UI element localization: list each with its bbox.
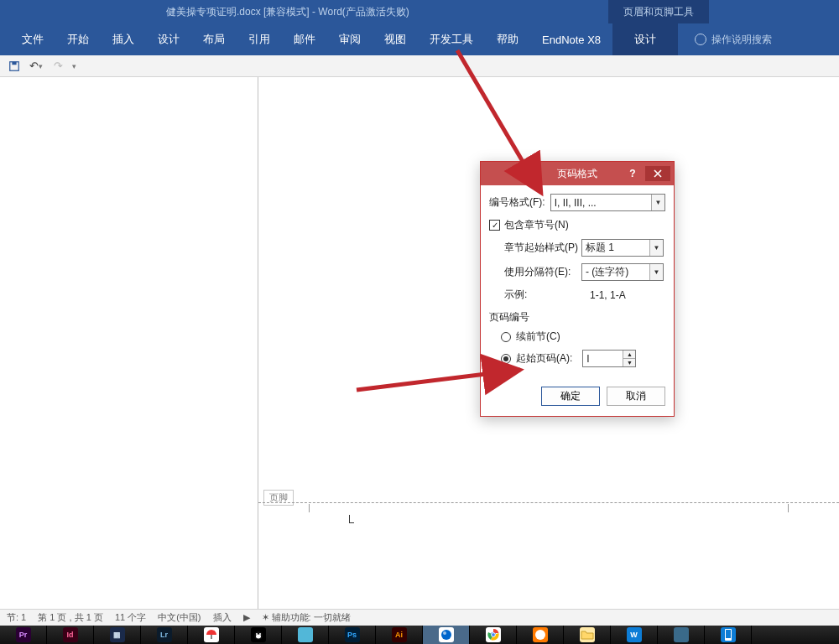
qat-customize-icon[interactable]: ▾ xyxy=(72,62,76,70)
tab-file[interactable]: 文件 xyxy=(10,23,55,55)
status-macro-icon[interactable]: ▶ xyxy=(243,612,250,623)
taskbar-app-icon: Pr xyxy=(16,627,31,642)
taskbar-item-4[interactable] xyxy=(188,626,235,644)
tab-review[interactable]: 审阅 xyxy=(327,23,373,55)
cancel-button[interactable]: 取消 xyxy=(607,387,665,406)
status-word-count[interactable]: 11 个字 xyxy=(115,611,146,624)
ribbon-tabs: 文件 开始 插入 设计 布局 引用 邮件 审阅 视图 开发工具 帮助 EndNo… xyxy=(0,23,839,55)
continue-previous-radio[interactable] xyxy=(501,332,511,342)
number-format-combo[interactable]: I, II, III, ... ▼ xyxy=(550,194,665,211)
footer-divider xyxy=(258,502,839,503)
taskbar-app-icon: Lr xyxy=(157,627,172,642)
tab-endnote[interactable]: EndNote X8 xyxy=(530,23,612,55)
taskbar-item-7[interactable]: Ps xyxy=(329,626,376,644)
status-accessibility[interactable]: ✶ 辅助功能: 一切就绪 xyxy=(262,611,351,624)
include-chapter-label: 包含章节号(N) xyxy=(504,218,569,232)
start-at-radio[interactable] xyxy=(501,354,511,364)
page-number-format-dialog: 页码格式 ? 编号格式(F): I, II, III, ... ▼ ✓ 包含章节… xyxy=(480,161,675,417)
example-label: 示例: xyxy=(504,288,576,302)
spinner-down-icon[interactable]: ▼ xyxy=(623,359,635,366)
svg-point-9 xyxy=(443,631,446,635)
taskbar-item-3[interactable]: Lr xyxy=(141,626,188,644)
tab-help[interactable]: 帮助 xyxy=(485,23,530,55)
taskbar-app-icon xyxy=(298,627,313,642)
taskbar-item-6[interactable] xyxy=(282,626,329,644)
include-chapter-checkbox[interactable]: ✓ xyxy=(489,220,500,231)
taskbar-app-icon xyxy=(721,627,736,642)
tell-me-label: 操作说明搜索 xyxy=(711,33,772,47)
document-area: 页脚 xyxy=(0,77,839,609)
document-title: 健美操专项证明.docx [兼容模式] - Word(产品激活失败) xyxy=(166,5,409,19)
taskbar-app-icon xyxy=(439,627,454,642)
spinner-up-icon[interactable]: ▲ xyxy=(623,351,635,359)
cursor-mark xyxy=(349,515,354,523)
tell-me-search[interactable]: 操作说明搜索 xyxy=(695,33,772,47)
number-format-value: I, II, III, ... xyxy=(555,197,597,209)
tab-design[interactable]: 设计 xyxy=(146,23,191,55)
bulb-icon xyxy=(695,34,706,45)
tab-header-footer-design[interactable]: 设计 xyxy=(612,23,678,55)
margin-mark-right xyxy=(788,504,789,512)
example-value: 1-1, 1-A xyxy=(590,289,626,301)
taskbar-item-11[interactable] xyxy=(517,626,564,644)
tab-view[interactable]: 视图 xyxy=(373,23,418,55)
taskbar-item-8[interactable]: Ai xyxy=(376,626,423,644)
chevron-down-icon: ▼ xyxy=(651,195,664,210)
tab-references[interactable]: 引用 xyxy=(237,23,282,55)
status-bar: 节: 1 第 1 页 , 共 1 页 11 个字 中文(中国) 插入 ▶ ✶ 辅… xyxy=(0,609,839,626)
taskbar-item-0[interactable]: Pr xyxy=(0,626,47,644)
chapter-style-combo[interactable]: 标题 1 ▼ xyxy=(581,239,664,257)
footer-section-label: 页脚 xyxy=(263,490,294,506)
taskbar-app-icon: ▦ xyxy=(110,627,125,642)
dialog-close-button[interactable] xyxy=(645,166,670,181)
svg-point-7 xyxy=(259,633,261,635)
tab-insert[interactable]: 插入 xyxy=(101,23,146,55)
redo-button[interactable]: ↷ xyxy=(50,59,65,74)
taskbar-app-icon xyxy=(204,627,219,642)
status-section[interactable]: 节: 1 xyxy=(7,611,26,624)
undo-button[interactable]: ↶▾ xyxy=(29,59,44,74)
taskbar-item-14[interactable] xyxy=(658,626,705,644)
taskbar-app-icon: W xyxy=(627,627,642,642)
save-button[interactable] xyxy=(7,59,22,74)
svg-rect-16 xyxy=(726,630,731,638)
start-at-label: 起始页码(A): xyxy=(516,351,572,366)
chevron-down-icon: ▼ xyxy=(649,240,663,256)
svg-rect-1 xyxy=(12,61,16,65)
tab-mailings[interactable]: 邮件 xyxy=(282,23,327,55)
taskbar-item-15[interactable] xyxy=(705,626,752,644)
taskbar-app-icon xyxy=(674,627,689,642)
svg-point-6 xyxy=(256,633,258,635)
svg-point-13 xyxy=(535,630,545,640)
dialog-help-button[interactable]: ? xyxy=(623,168,642,179)
window-titlebar: 健美操专项证明.docx [兼容模式] - Word(产品激活失败) 页眉和页脚… xyxy=(0,0,839,23)
dialog-body: 编号格式(F): I, II, III, ... ▼ ✓ 包含章节号(N) 章节… xyxy=(481,185,674,378)
margin-mark-left xyxy=(309,504,310,512)
tab-layout[interactable]: 布局 xyxy=(191,23,237,55)
taskbar-item-10[interactable] xyxy=(470,626,517,644)
taskbar-item-5[interactable] xyxy=(235,626,282,644)
taskbar-item-12[interactable] xyxy=(564,626,611,644)
tab-developer[interactable]: 开发工具 xyxy=(418,23,485,55)
dialog-titlebar[interactable]: 页码格式 ? xyxy=(481,162,674,185)
taskbar-item-9[interactable] xyxy=(423,626,470,644)
status-language[interactable]: 中文(中国) xyxy=(158,611,201,624)
start-at-spinner[interactable]: I ▲ ▼ xyxy=(582,350,636,367)
dialog-title: 页码格式 xyxy=(557,167,597,181)
taskbar-item-13[interactable]: W xyxy=(611,626,658,644)
taskbar-item-2[interactable]: ▦ xyxy=(94,626,141,644)
chapter-style-label: 章节起始样式(P) xyxy=(504,241,576,255)
tab-home[interactable]: 开始 xyxy=(55,23,101,55)
start-at-value: I xyxy=(586,353,589,365)
taskbar-item-1[interactable]: Id xyxy=(47,626,94,644)
status-page[interactable]: 第 1 页 , 共 1 页 xyxy=(38,611,103,624)
status-insert-mode[interactable]: 插入 xyxy=(213,611,232,624)
spinner-buttons[interactable]: ▲ ▼ xyxy=(623,351,635,366)
ok-button[interactable]: 确定 xyxy=(541,387,600,406)
taskbar-app-icon: Ai xyxy=(392,627,407,642)
taskbar-app-icon xyxy=(533,627,548,642)
taskbar-app-icon: Ps xyxy=(345,627,360,642)
separator-label: 使用分隔符(E): xyxy=(504,265,576,279)
separator-combo[interactable]: - (连字符) ▼ xyxy=(581,263,664,281)
quick-access-toolbar: ↶▾ ↷ ▾ xyxy=(0,55,839,77)
